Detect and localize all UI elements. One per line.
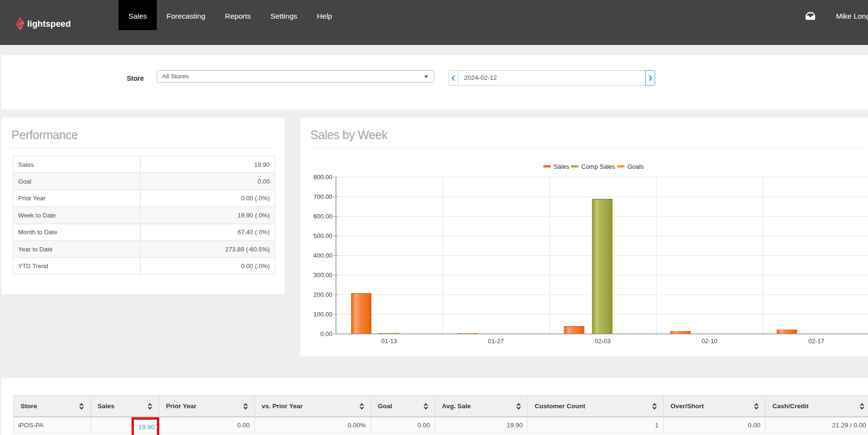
- svg-text:100.00: 100.00: [313, 311, 332, 318]
- svg-text:0.00: 0.00: [320, 330, 332, 337]
- svg-text:02-10: 02-10: [702, 337, 717, 345]
- svg-text:800.00: 800.00: [313, 174, 332, 181]
- svg-text:01-27: 01-27: [488, 337, 504, 345]
- svg-text:02-03: 02-03: [595, 337, 611, 345]
- svg-text:Comp Sales: Comp Sales: [582, 163, 615, 170]
- svg-text:01-13: 01-13: [381, 337, 397, 345]
- svg-text:500.00: 500.00: [313, 232, 332, 239]
- svg-text:Sales: Sales: [554, 163, 570, 170]
- svg-text:600.00: 600.00: [313, 213, 332, 220]
- svg-text:400.00: 400.00: [313, 252, 332, 259]
- svg-text:Goals: Goals: [627, 163, 644, 170]
- svg-text:02-17: 02-17: [808, 337, 824, 345]
- svg-text:300.00: 300.00: [313, 272, 332, 279]
- svg-text:200.00: 200.00: [313, 291, 332, 298]
- svg-text:700.00: 700.00: [313, 193, 332, 200]
